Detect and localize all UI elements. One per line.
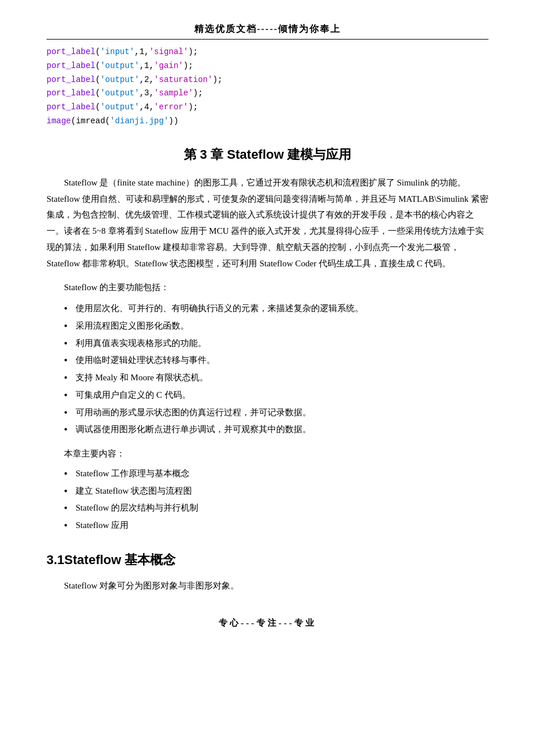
code-arg2-5: 'error' (154, 102, 188, 112)
content-item-3: Stateflow 的层次结构与并行机制 (64, 500, 488, 516)
code-block: port_label('input',1,'signal'); port_lab… (47, 45, 488, 129)
content-item-4: Stateflow 应用 (64, 518, 488, 534)
code-arg1-1: 'input' (100, 47, 134, 56)
code-arg2-3: 'saturation' (154, 75, 213, 84)
code-fn-1: port_label (47, 47, 95, 56)
header-section: 精选优质文档-----倾情为你奉上 (47, 23, 488, 35)
section-para: Stateflow 对象可分为图形对象与非图形对象。 (47, 578, 488, 594)
code-image-arg: 'dianji.jpg' (110, 116, 169, 126)
feature-item-6: 可集成用户自定义的 C 代码。 (64, 387, 488, 404)
code-line-3: port_label('output',2,'saturation'); (47, 73, 488, 87)
chapter-contents-list: Stateflow 工作原理与基本概念 建立 Stateflow 状态图与流程图… (47, 466, 488, 534)
feature-item-3: 利用真值表实现表格形式的功能。 (64, 336, 488, 352)
features-list: 使用层次化、可并行的、有明确执行语义的元素，来描述复杂的逻辑系统。 采用流程图定… (47, 301, 488, 438)
code-line-2: port_label('output',1,'gain'); (47, 59, 488, 73)
code-arg1-5: 'output' (100, 102, 139, 112)
code-fn-3: port_label (47, 75, 95, 84)
feature-item-7: 可用动画的形式显示状态图的仿真运行过程，并可记录数据。 (64, 405, 488, 421)
features-intro: Stateflow 的主要功能包括： (47, 280, 488, 296)
chapter-contents-intro: 本章主要内容： (47, 446, 488, 462)
code-arg2-1: 'signal' (149, 47, 188, 56)
code-line-5: port_label('output',4,'error'); (47, 101, 488, 115)
feature-item-8: 调试器使用图形化断点进行单步调试，并可观察其中的数据。 (64, 422, 488, 438)
feature-item-2: 采用流程图定义图形化函数。 (64, 318, 488, 334)
section-title: 3.1Stateflow 基本概念 (47, 551, 488, 569)
feature-item-5: 支持 Mealy 和 Moore 有限状态机。 (64, 370, 488, 386)
feature-item-4: 使用临时逻辑处理状态转移与事件。 (64, 352, 488, 369)
code-arg2-2: 'gain' (154, 61, 183, 70)
code-fn-4: port_label (47, 88, 95, 98)
code-line-image: image(imread('dianji.jpg')) (47, 115, 488, 129)
chapter-title: 第 3 章 Stateflow 建模与应用 (47, 146, 488, 163)
code-fn-2: port_label (47, 61, 95, 70)
content-item-2: 建立 Stateflow 状态图与流程图 (64, 483, 488, 500)
code-fn-5: port_label (47, 102, 95, 112)
code-arg2-4: 'sample' (154, 88, 193, 98)
code-arg1-2: 'output' (100, 61, 139, 70)
content-item-1: Stateflow 工作原理与基本概念 (64, 466, 488, 482)
code-line-1: port_label('input',1,'signal'); (47, 45, 488, 59)
code-line-4: port_label('output',3,'sample'); (47, 87, 488, 101)
header-title: 精选优质文档-----倾情为你奉上 (47, 23, 488, 35)
header-divider (47, 39, 488, 40)
footer: 专心---专注---专业 (47, 618, 488, 629)
feature-item-1: 使用层次化、可并行的、有明确执行语义的元素，来描述复杂的逻辑系统。 (64, 301, 488, 317)
code-image-fn: image (47, 116, 71, 126)
code-arg1-4: 'output' (100, 88, 139, 98)
intro-paragraph-1: Stateflow 是（finite state machine）的图形工具，它… (47, 175, 488, 272)
code-arg1-3: 'output' (100, 75, 139, 84)
